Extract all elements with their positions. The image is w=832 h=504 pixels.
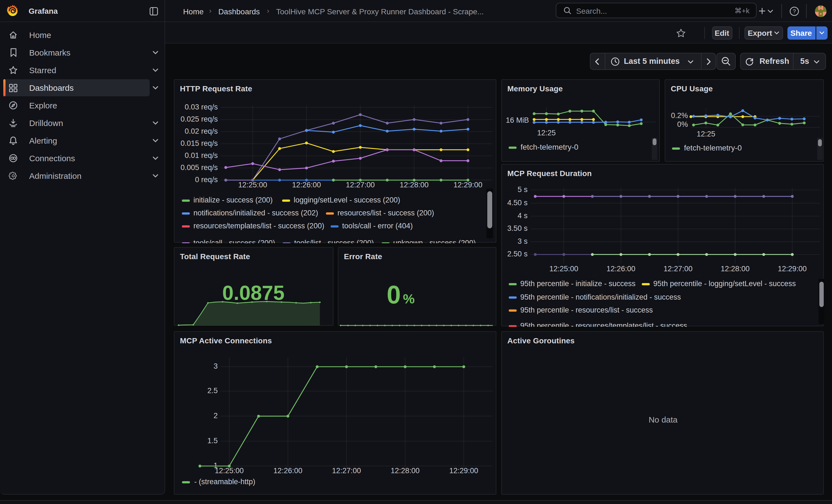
- svg-text:3 s: 3 s: [518, 237, 527, 245]
- svg-text:3.50 s: 3.50 s: [508, 224, 528, 233]
- svg-text:2.50 s: 2.50 s: [508, 250, 528, 258]
- svg-text:tools/call - error (404): tools/call - error (404): [342, 222, 413, 230]
- svg-text:1.5: 1.5: [207, 436, 218, 445]
- svg-text:12:25:00: 12:25:00: [549, 265, 578, 273]
- svg-text:12:25:00: 12:25:00: [238, 181, 267, 189]
- svg-text:3: 3: [213, 362, 218, 370]
- svg-text:12:28:00: 12:28:00: [400, 181, 428, 189]
- svg-text:0.01 req/s: 0.01 req/s: [185, 151, 218, 160]
- svg-text:?: ?: [792, 8, 796, 14]
- svg-text:4 s: 4 s: [518, 212, 527, 220]
- svg-text:12:27:00: 12:27:00: [664, 265, 693, 273]
- svg-text:tools/call - success (200): tools/call - success (200): [193, 239, 275, 243]
- svg-text:%: %: [403, 292, 415, 306]
- svg-text:tools/list - success (200): tools/list - success (200): [294, 239, 374, 243]
- svg-text:0.02 req/s: 0.02 req/s: [185, 127, 218, 135]
- svg-text:12:26:00: 12:26:00: [292, 181, 321, 189]
- svg-text:5 s: 5 s: [518, 185, 527, 194]
- svg-text:0.025 req/s: 0.025 req/s: [181, 115, 218, 123]
- svg-text:95th percentile - resources/li: 95th percentile - resources/list - succe…: [520, 306, 653, 314]
- svg-text:2: 2: [213, 412, 218, 420]
- svg-text:4.50 s: 4.50 s: [508, 198, 528, 207]
- svg-text:0 req/s: 0 req/s: [195, 176, 218, 184]
- svg-text:16 MiB: 16 MiB: [506, 116, 529, 124]
- svg-text:12:26:00: 12:26:00: [274, 467, 302, 475]
- svg-text:fetch-telemetry-0: fetch-telemetry-0: [684, 143, 742, 152]
- svg-text:12:25: 12:25: [537, 129, 556, 137]
- svg-text:fetch-telemetry-0: fetch-telemetry-0: [521, 143, 578, 151]
- svg-text:95th percentile - logging/setL: 95th percentile - logging/setLevel - suc…: [653, 280, 796, 288]
- svg-text:95th percentile - initialize -: 95th percentile - initialize - success: [520, 280, 635, 288]
- svg-text:12:29:00: 12:29:00: [453, 181, 482, 189]
- svg-text:notifications/initialized - su: notifications/initialized - success (202…: [193, 209, 318, 217]
- svg-text:12:28:00: 12:28:00: [721, 265, 750, 273]
- svg-text:12:27:00: 12:27:00: [332, 467, 361, 475]
- svg-text:12:29:00: 12:29:00: [449, 467, 478, 475]
- svg-text:0.2%: 0.2%: [671, 111, 688, 120]
- svg-text:12:25:00: 12:25:00: [215, 467, 244, 475]
- svg-text:initialize - success (200): initialize - success (200): [193, 196, 272, 204]
- svg-text:12:29:00: 12:29:00: [778, 265, 807, 273]
- svg-text:0.015 req/s: 0.015 req/s: [181, 139, 218, 148]
- svg-text:0.03 req/s: 0.03 req/s: [185, 103, 218, 111]
- svg-text:0.005 req/s: 0.005 req/s: [181, 163, 218, 172]
- svg-text:resources/list - success (200): resources/list - success (200): [338, 209, 434, 217]
- svg-text:logging/setLevel - success (20: logging/setLevel - success (200): [293, 196, 400, 204]
- svg-text:resources/templates/list - suc: resources/templates/list - success (200): [193, 222, 324, 230]
- svg-text:0%: 0%: [677, 120, 688, 129]
- svg-text:0.0875: 0.0875: [222, 282, 285, 304]
- svg-text:95th percentile - notification: 95th percentile - notifications/initiali…: [520, 293, 681, 301]
- svg-text:12:28:00: 12:28:00: [391, 467, 420, 475]
- svg-text:No data: No data: [649, 415, 677, 424]
- svg-text:12:27:00: 12:27:00: [346, 181, 375, 189]
- svg-text:95th percentile - resources/te: 95th percentile - resources/templates/li…: [520, 322, 687, 327]
- svg-text:12:25: 12:25: [697, 130, 716, 138]
- svg-text:unknown - success (200): unknown - success (200): [393, 239, 476, 243]
- svg-text:12:26:00: 12:26:00: [606, 265, 635, 273]
- svg-text:- (streamable-http): - (streamable-http): [194, 478, 255, 486]
- svg-text:0: 0: [387, 281, 400, 309]
- svg-text:2.5: 2.5: [207, 387, 218, 395]
